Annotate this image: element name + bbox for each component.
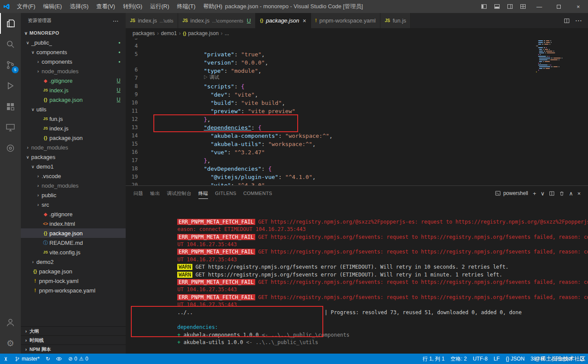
project-root-header[interactable]: ∨ MONOREPO (21, 28, 126, 38)
account-icon[interactable] (0, 312, 21, 333)
search-icon[interactable] (0, 34, 21, 55)
tree-item[interactable]: › demo2 (21, 257, 126, 266)
editor-tab[interactable]: {} package.json × (256, 13, 311, 28)
close-panel-icon[interactable]: × (575, 190, 583, 197)
circle-icon[interactable] (0, 138, 21, 159)
menu-item[interactable]: 转到(G) (119, 0, 146, 13)
remote-explorer-icon[interactable] (0, 117, 21, 138)
more-actions-icon[interactable]: ⋯ (113, 17, 119, 24)
minimap[interactable] (536, 40, 581, 73)
maximize-panel-icon[interactable]: ∧ (567, 190, 575, 197)
close-icon[interactable]: × (302, 17, 306, 24)
tree-item[interactable]: ◆ .gitignore (21, 209, 126, 219)
tree-item[interactable]: ! pnpm-workspace.yaml (21, 286, 126, 295)
tree-item[interactable]: JS fun.js (21, 114, 126, 124)
more-actions-icon[interactable]: ⋯ (572, 16, 585, 25)
tree-item[interactable]: JS index.js (21, 124, 126, 133)
breadcrumb-item[interactable]: › {} package.json (177, 30, 219, 36)
status-item[interactable]: ✓ Prettier (547, 354, 576, 364)
tree-item[interactable]: ∨ components ● (21, 47, 126, 57)
terminal[interactable]: ERR_PNPM_META_FETCH_FAIL GET https://reg… (126, 201, 588, 354)
tree-item[interactable]: › src (21, 200, 126, 209)
toggle-panel-icon[interactable] (491, 0, 504, 13)
breadcrumb-item[interactable]: › demo1 (155, 30, 177, 36)
status-item[interactable]: LF (491, 354, 503, 364)
git-branch-status[interactable]: master* (12, 354, 42, 364)
panel-tab[interactable]: 调试控制台 (167, 188, 192, 199)
terminal-profile-select[interactable]: powershell (495, 190, 528, 196)
tree-item[interactable]: ◆ .gitignore U (21, 76, 126, 85)
menu-item[interactable]: 编辑(E) (39, 0, 66, 13)
split-terminal-icon[interactable] (547, 191, 557, 196)
menu-item[interactable]: 查看(V) (92, 0, 119, 13)
extensions-icon[interactable] (0, 96, 21, 117)
menu-item[interactable]: 帮助(H) (199, 0, 226, 13)
editor-tab[interactable]: JS index.js ...\utils (126, 13, 178, 28)
remote-indicator[interactable] (0, 354, 12, 364)
status-item[interactable]: UTF-8 (470, 354, 491, 364)
run-debug-icon[interactable] (0, 75, 21, 96)
source-control-icon[interactable]: 5 (0, 55, 21, 75)
sidebar-section[interactable]: › 时间线 (21, 335, 126, 344)
close-button[interactable]: × (569, 0, 588, 13)
split-editor-icon[interactable] (561, 18, 572, 24)
sync-icon[interactable]: ↻ (42, 354, 53, 364)
tree-item[interactable]: {} package.json (21, 266, 126, 276)
status-item[interactable]: 387 B (528, 354, 547, 364)
editor-tab[interactable]: JS index.js ...\components U (178, 13, 256, 28)
editor-tab[interactable]: ! pnpm-workspace.yaml (311, 13, 380, 28)
tree-item[interactable]: <> index.html (21, 219, 126, 228)
js-icon: JS (130, 18, 135, 23)
tree-item[interactable]: {} package.json U (21, 95, 126, 104)
menu-item[interactable]: 选择(S) (66, 0, 92, 13)
toggle-secondary-sidebar-icon[interactable] (504, 0, 517, 13)
new-terminal-icon[interactable]: + (531, 190, 539, 197)
settings-gear-icon[interactable]: ⚙ (0, 333, 21, 354)
tree-item[interactable]: {} package.json (21, 133, 126, 143)
tree-item[interactable]: › public (21, 190, 126, 200)
customize-layout-icon[interactable] (517, 0, 530, 13)
tree-item[interactable]: JS vite.config.js (21, 247, 126, 257)
tree-item[interactable]: › .vscode (21, 171, 126, 181)
menu-item[interactable]: 终端(T) (173, 0, 199, 13)
menu-item[interactable]: 文件(F) (13, 0, 39, 13)
toggle-sidebar-icon[interactable] (478, 0, 491, 13)
panel-tab[interactable]: 输出 (150, 188, 160, 199)
kill-terminal-icon[interactable] (557, 191, 567, 196)
tree-item[interactable]: › node_modules (21, 66, 126, 76)
breadcrumb-item[interactable]: › ... (219, 30, 229, 36)
tree-item[interactable]: › node_modules (21, 181, 126, 190)
tree-item[interactable]: ∨ _public_ ● (21, 38, 126, 47)
tree-item[interactable]: JS index.js U (21, 85, 126, 95)
tree-item[interactable]: › components ● (21, 57, 126, 66)
status-item[interactable]: 空格: 2 (448, 354, 470, 364)
shell-label: powershell (503, 190, 528, 196)
tree-item[interactable]: ⓘ README.md (21, 238, 126, 247)
tree-item[interactable]: ∨ utils (21, 104, 126, 114)
tree-item[interactable]: ∨ packages (21, 152, 126, 162)
line-number: 8 (126, 82, 144, 91)
bell-icon[interactable] (576, 354, 588, 364)
panel-tab[interactable]: GITLENS (215, 188, 236, 199)
sidebar-section[interactable]: › NPM 脚本 (21, 344, 126, 354)
tree-item[interactable]: {} package.json (21, 228, 126, 238)
problems-indicator[interactable]: ⊘ 0 ⚠ 0 (65, 354, 91, 364)
status-item[interactable]: {} JSON (503, 354, 527, 364)
panel-tab[interactable]: 问题 (133, 188, 143, 199)
sidebar-section[interactable]: › 大纲 (21, 326, 126, 335)
editor-tab[interactable]: JS fun.js (380, 13, 411, 28)
code-editor[interactable]: 3 "private": "true", 4 "version": "0.0.0… (126, 39, 588, 185)
minimize-button[interactable]: — (530, 0, 549, 13)
tree-item[interactable]: › node_modules (21, 143, 126, 152)
breadcrumb-item[interactable]: packages (133, 30, 155, 36)
menu-item[interactable]: 运行(R) (146, 0, 173, 13)
maximize-button[interactable] (549, 0, 569, 13)
panel-tab[interactable]: COMMENTS (244, 188, 273, 199)
status-item[interactable]: 行 1, 列 1 (419, 354, 448, 364)
explorer-icon[interactable] (0, 13, 21, 34)
tree-item[interactable]: ! pnpm-lock.yaml (21, 276, 126, 286)
panel-tab[interactable]: 终端 (198, 188, 208, 199)
tree-item[interactable]: ∨ demo1 (21, 162, 126, 171)
eye-icon[interactable] (53, 354, 65, 364)
chevron-down-icon[interactable]: ∨ (538, 190, 547, 197)
